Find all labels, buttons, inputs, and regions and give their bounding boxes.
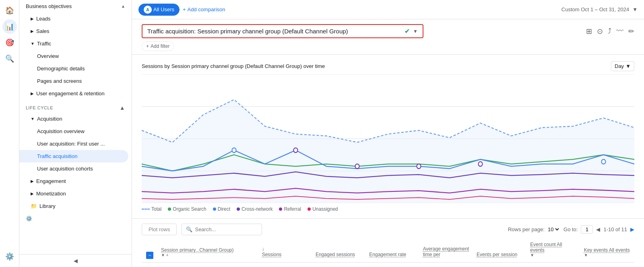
table-controls: Plot rows 🔍 Rows per page: 10 25 50 Go — [142, 224, 634, 235]
sidebar-item-traffic-acquisition[interactable]: Traffic acquisition — [19, 150, 128, 162]
chip-avatar: A — [144, 6, 152, 14]
table-header: − Session primary...Channel Group) ▼ + ↓… — [142, 240, 634, 263]
legend-unassigned-label: Unassigned — [312, 206, 338, 212]
sidebar-item-leads[interactable]: ▶ Leads — [19, 12, 128, 25]
compare-icon[interactable]: ⊙ — [597, 27, 603, 36]
time-series-chart: 800 600 400 200 0 — [142, 74, 634, 203]
chart-legend: Total Organic Search Direct Cross-networ… — [142, 206, 634, 212]
th-sessions[interactable]: ↓ Sessions — [259, 244, 312, 259]
filter-row: + Add filter — [142, 41, 634, 54]
sidebar-item-monetization[interactable]: ▶ Monetization — [19, 187, 128, 200]
search-input[interactable] — [195, 226, 255, 232]
select-all-checkbox[interactable]: − — [146, 252, 153, 259]
add-comparison-button[interactable]: + Add comparison — [183, 6, 225, 12]
settings-icon: ⚙️ — [26, 216, 32, 222]
chart-header: Sessions by Session primary channel grou… — [142, 61, 634, 71]
search-console-icon[interactable]: 🔍 — [2, 51, 17, 66]
home-icon[interactable]: 🏠 — [2, 3, 17, 18]
chevron-up-icon: ▲ — [121, 4, 125, 8]
settings-row[interactable]: ⚙️ — [19, 212, 132, 225]
columns-icon[interactable]: ⊞ — [586, 27, 592, 36]
legend-referral: Referral — [279, 206, 301, 212]
sidebar-item-user-acquisition[interactable]: User acquisition: First user ... — [19, 138, 128, 150]
sidebar: Business objectives ▲ ▶ Leads ▶ Sales ▼ … — [19, 0, 132, 267]
th-event-count[interactable]: Event count All events ▼ — [527, 240, 580, 259]
sidebar-item-traffic[interactable]: ▼ Traffic — [19, 37, 128, 50]
legend-organic-search-dot — [168, 207, 171, 211]
th-session-channel[interactable]: Session primary...Channel Group) ▼ + — [158, 246, 259, 259]
sidebar-item-overview[interactable]: Overview — [19, 50, 128, 62]
rows-per-page-select[interactable]: 10 25 50 — [546, 226, 560, 233]
th-engagement-rate[interactable]: Engagement rate — [366, 250, 419, 259]
legend-cross-network-dot — [237, 207, 240, 211]
chart-section: Sessions by Session primary channel grou… — [132, 55, 644, 219]
report-icons: ⊞ ⊙ ⤴ 〰 ✏ — [586, 27, 634, 36]
chip-label: All Users — [153, 6, 174, 12]
sidebar-item-user-engagement[interactable]: ▶ User engagement & retention — [19, 87, 128, 100]
th-engaged-sessions[interactable]: Engaged sessions — [312, 250, 366, 259]
legend-total: Total — [142, 206, 161, 212]
granularity-select[interactable]: Day ▼ — [611, 61, 634, 71]
prev-page-button[interactable]: ◀ — [596, 226, 600, 232]
go-to-input[interactable] — [581, 225, 593, 234]
main-area: A All Users + Add comparison Custom Oct … — [132, 0, 644, 267]
report-title-row: Traffic acquisition: Session primary cha… — [142, 24, 634, 38]
th-events-per-session[interactable]: Events per session — [473, 250, 527, 259]
topbar: A All Users + Add comparison Custom Oct … — [132, 0, 644, 19]
title-dropdown-icon[interactable]: ▼ — [413, 29, 418, 34]
sidebar-item-acquisition-overview[interactable]: Acquisition overview — [19, 125, 128, 138]
all-users-chip[interactable]: A All Users — [138, 4, 180, 16]
check-icon: ✔ — [405, 27, 410, 35]
content-area: Traffic acquisition: Session primary cha… — [132, 19, 644, 267]
header-checkbox-col: − — [142, 252, 158, 259]
lifecycle-collapse-icon[interactable]: ▲ — [120, 105, 125, 111]
report-title: Traffic acquisition: Session primary cha… — [147, 28, 401, 35]
legend-direct-dot — [213, 207, 216, 211]
business-objectives-header[interactable]: Business objectives ▲ — [19, 0, 132, 12]
legend-referral-label: Referral — [284, 206, 301, 212]
legend-cross-network: Cross-network — [237, 206, 272, 212]
chevron-down-icon: ▼ — [625, 63, 631, 69]
target-icon[interactable]: 🎯 — [2, 35, 17, 50]
share-icon[interactable]: ⤴ — [608, 27, 611, 35]
add-filter-button[interactable]: + Add filter — [142, 41, 174, 51]
legend-total-label: Total — [151, 206, 161, 212]
edit-icon[interactable]: ✏ — [628, 27, 634, 36]
legend-unassigned: Unassigned — [308, 206, 338, 212]
search-box[interactable]: 🔍 — [182, 224, 262, 235]
date-range[interactable]: Custom Oct 1 – Oct 31, 2024 ▼ — [561, 6, 638, 12]
report-header: Traffic acquisition: Session primary cha… — [132, 19, 644, 55]
sidebar-collapse-button[interactable]: ◀ — [19, 254, 132, 267]
svg-point-15 — [478, 162, 482, 166]
th-avg-engagement-time[interactable]: Average engagement time per — [420, 244, 473, 259]
sidebar-item-pages-screens[interactable]: Pages and screens — [19, 75, 128, 87]
svg-marker-10 — [142, 100, 634, 203]
chevron-left-icon: ◀ — [74, 258, 78, 264]
chart-container: 800 600 400 200 0 — [142, 74, 634, 203]
svg-point-16 — [601, 159, 605, 164]
business-objectives-label: Business objectives — [26, 3, 72, 9]
next-page-button[interactable]: ▶ — [630, 226, 634, 232]
sidebar-item-sales[interactable]: ▶ Sales — [19, 25, 128, 37]
legend-cross-network-label: Cross-network — [242, 206, 272, 212]
table-section: Plot rows 🔍 Rows per page: 10 25 50 Go — [132, 219, 644, 267]
sparkline-icon[interactable]: 〰 — [616, 27, 623, 35]
pagination-info: 1-10 of 11 — [603, 226, 627, 232]
svg-point-13 — [355, 164, 359, 168]
plot-rows-button[interactable]: Plot rows — [142, 224, 177, 235]
chevron-down-icon: ▼ — [632, 6, 638, 12]
settings-icon[interactable]: ⚙️ — [2, 249, 17, 264]
sidebar-item-user-acquisition-cohorts[interactable]: User acquisition cohorts — [19, 162, 128, 175]
analytics-icon[interactable]: 📊 — [2, 19, 17, 34]
svg-point-11 — [232, 148, 236, 152]
th-key-events[interactable]: Key events All events ▼ — [581, 246, 634, 259]
sidebar-item-demographic[interactable]: Demographic details — [19, 62, 128, 75]
legend-organic-search-label: Organic Search — [173, 206, 206, 212]
sidebar-item-acquisition[interactable]: ▼ Acquisition — [19, 113, 128, 125]
pagination-controls: Rows per page: 10 25 50 Go to: ◀ 1-10 of… — [508, 225, 634, 234]
icon-rail: 🏠 📊 🎯 🔍 ⚙️ — [0, 0, 19, 267]
chart-title: Sessions by Session primary channel grou… — [142, 63, 325, 69]
sidebar-item-library[interactable]: 📁 Library — [19, 200, 128, 212]
plus-icon: + — [183, 6, 186, 12]
sidebar-item-engagement[interactable]: ▶ Engagement — [19, 175, 128, 187]
